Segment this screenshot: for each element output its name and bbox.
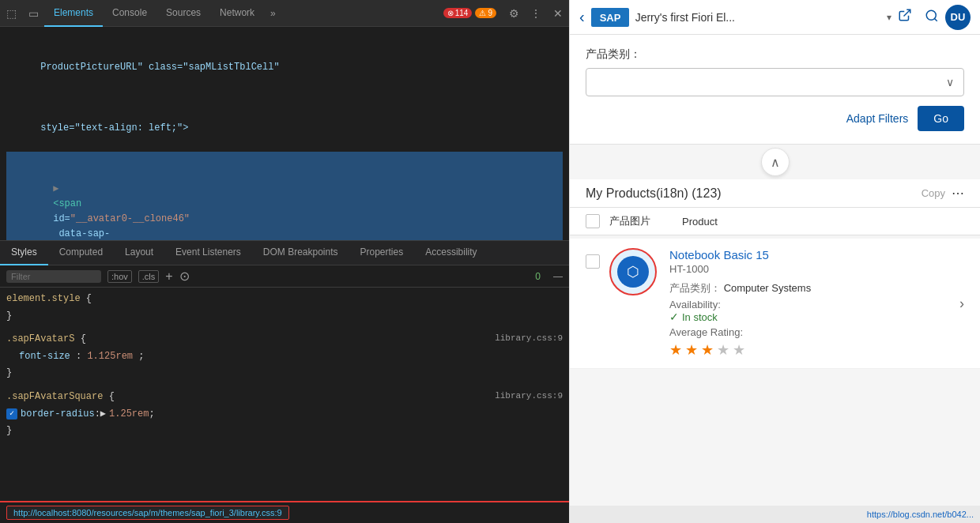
collapse-button[interactable]: ∧: [761, 148, 790, 176]
go-button[interactable]: Go: [918, 106, 964, 131]
css-source[interactable]: library.css:9: [495, 389, 563, 406]
tab-styles[interactable]: Styles: [0, 240, 48, 265]
fiori-header: ‹ SAP Jerry's first Fiori El... ▾ DU: [570, 0, 980, 35]
item-meta: 产品类别： Computer Systems Availability: ✓ I…: [669, 281, 959, 359]
styles-filter-input[interactable]: [6, 270, 101, 283]
item-avatar-icon: ⬡: [627, 263, 639, 280]
tab-network[interactable]: Network: [210, 0, 264, 27]
property-checkbox[interactable]: [6, 408, 17, 420]
css-property-name: font-size: [19, 351, 70, 362]
item-category-label: 产品类别：: [669, 282, 721, 294]
column-line: —: [553, 271, 563, 282]
attr-name: ProductPictureURL" class="sapMListTblCel…: [40, 62, 279, 73]
html-line-selected[interactable]: ▶ <span id="__avatar0-__clone46" data-sa…: [6, 152, 563, 241]
css-brace: {: [86, 293, 92, 304]
css-brace-close: }: [6, 425, 12, 436]
styles-filter-bar: :hov .cls + ⊙ 0 —: [0, 265, 569, 288]
toggle-icon[interactable]: ⊙: [179, 269, 190, 284]
attr-name: id=: [53, 213, 70, 224]
column-count: 0: [535, 271, 541, 282]
close-icon[interactable]: ✕: [547, 2, 569, 24]
item-availability-row: Availability: ✓ In stock: [669, 299, 959, 323]
warn-icon: ⚠: [479, 9, 486, 17]
item-product-image: ⬡: [609, 248, 657, 295]
item-availability-value: ✓ In stock: [669, 310, 959, 323]
item-availability-label: Availability:: [669, 299, 721, 310]
item-avatar-inner: ⬡: [617, 256, 649, 288]
css-close-brace: }: [6, 365, 563, 382]
more-options-icon[interactable]: ⋮: [525, 2, 547, 24]
tab-properties[interactable]: Properties: [349, 240, 415, 265]
svg-line-2: [904, 9, 910, 16]
fiori-share-icon[interactable]: [898, 8, 912, 26]
select-element-icon[interactable]: ⬚: [0, 2, 22, 24]
more-tabs-button[interactable]: »: [264, 8, 282, 19]
select-arrow-icon: ∨: [946, 76, 954, 88]
css-colon: :: [76, 351, 87, 362]
tab-accessibility[interactable]: Accessibility: [414, 240, 488, 265]
sap-logo-svg: SAP: [591, 8, 629, 27]
filter-cls-button[interactable]: .cls: [138, 270, 160, 283]
html-tree[interactable]: ProductPictureURL" class="sapMListTblCel…: [0, 27, 569, 240]
mobile-view-icon[interactable]: ▭: [22, 2, 44, 24]
item-category-value: Computer Systems: [724, 282, 812, 294]
in-stock-text: In stock: [682, 311, 718, 323]
css-property-border-radius: border-radius : ▶ 1.25rem ;: [6, 406, 563, 423]
category-select[interactable]: ∨: [586, 68, 964, 96]
tab-event-listeners[interactable]: Event Listeners: [164, 240, 252, 265]
attr-name: data-sap-: [53, 228, 110, 239]
svg-point-3: [926, 10, 936, 20]
item-category-row: 产品类别： Computer Systems: [669, 281, 959, 295]
filter-pseudo-button[interactable]: :hov: [107, 270, 132, 283]
stock-check-icon: ✓: [669, 310, 679, 323]
punctuation: ▶: [53, 183, 58, 194]
warn-count: 9: [488, 9, 492, 17]
css-arrow: ▶: [100, 406, 106, 423]
add-style-icon[interactable]: +: [165, 269, 172, 284]
fiori-dropdown-icon[interactable]: ▾: [887, 12, 891, 23]
css-close-brace: }: [6, 423, 563, 440]
resource-url[interactable]: http://localhost:8080/resources/sap/m/th…: [6, 506, 289, 520]
back-button[interactable]: ‹: [579, 8, 585, 26]
css-block-avatar-square: .sapFAvatarSquare { library.css:9 border…: [6, 389, 563, 440]
tab-computed[interactable]: Computed: [48, 240, 114, 265]
item-navigate-icon[interactable]: ›: [959, 295, 964, 312]
fiori-search-icon[interactable]: [925, 9, 939, 26]
css-selector-line: .sapFAvatarS {: [6, 331, 86, 348]
css-block-avatar-s: .sapFAvatarS { library.css:9 font-size :…: [6, 331, 563, 382]
adapt-filters-button[interactable]: Adapt Filters: [846, 112, 909, 125]
fiori-list-header: My Products(i18n) (123) Copy ⋯: [570, 179, 980, 208]
bottom-bar: http://localhost:8080/resources/sap/m/th…: [0, 501, 569, 523]
css-brace: {: [109, 391, 115, 402]
styles-tabs: Styles Computed Layout Event Listeners D…: [0, 240, 569, 265]
error-icon: ⊗: [447, 9, 454, 17]
sap-logo: SAP: [591, 8, 629, 27]
punctuation: [40, 107, 63, 119]
col-header-product: Product: [682, 216, 718, 228]
fiori-avatar[interactable]: DU: [945, 5, 971, 30]
more-options-button[interactable]: ⋯: [952, 186, 964, 201]
item-details: Notebook Basic 15 HT-1000 产品类别： Computer…: [669, 248, 959, 359]
filter-actions: Adapt Filters Go: [586, 106, 964, 131]
item-checkbox[interactable]: [586, 254, 600, 269]
css-source[interactable]: library.css:9: [495, 331, 563, 348]
css-selector-element: element.style {: [6, 291, 563, 308]
csdn-link[interactable]: https://blog.csdn.net/b042...: [867, 510, 974, 519]
tab-layout[interactable]: Layout: [114, 240, 164, 265]
item-rating-row: Average Rating:: [669, 326, 959, 338]
list-item[interactable]: ⬡ Notebook Basic 15 HT-1000 产品类别： Comput…: [570, 239, 980, 369]
tab-elements[interactable]: Elements: [44, 0, 103, 27]
copy-button[interactable]: Copy: [922, 187, 945, 199]
tab-sources[interactable]: Sources: [156, 0, 210, 27]
settings-icon[interactable]: ⚙: [503, 2, 525, 24]
attr-val: "__avatar0-__clone46": [70, 213, 190, 224]
fiori-list-content[interactable]: ⬡ Notebook Basic 15 HT-1000 产品类别： Comput…: [570, 235, 980, 506]
item-product-name[interactable]: Notebook Basic 15: [669, 248, 959, 262]
select-all-checkbox[interactable]: [586, 214, 600, 228]
devtools-panel: ⬚ ▭ Elements Console Sources Network » ⊗…: [0, 0, 569, 523]
tab-dom-breakpoints[interactable]: DOM Breakpoints: [252, 240, 349, 265]
css-property-value: 1.125rem: [87, 351, 133, 362]
styles-content[interactable]: element.style { } .sapFAvatarS { library…: [0, 288, 569, 501]
tab-console[interactable]: Console: [103, 0, 156, 27]
devtools-toolbar: ⬚ ▭ Elements Console Sources Network » ⊗…: [0, 0, 569, 27]
